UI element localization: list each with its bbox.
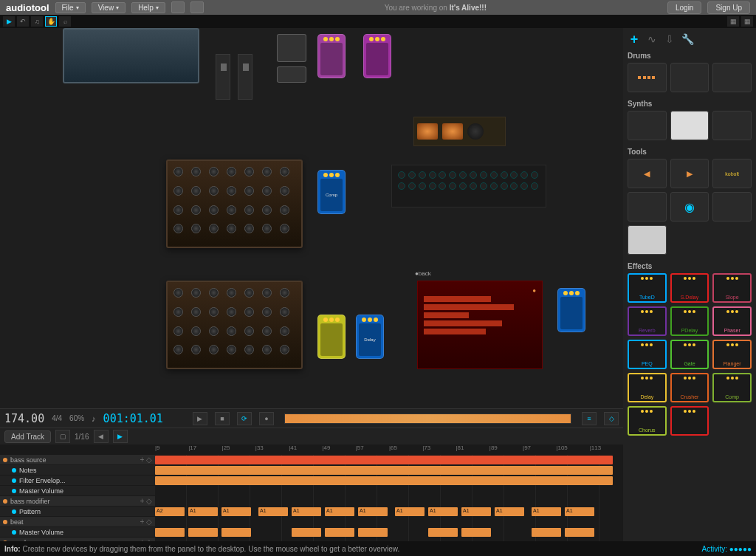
clip[interactable] xyxy=(358,528,388,537)
clip[interactable]: A1 xyxy=(258,507,288,516)
bpm-display[interactable]: 174.00 xyxy=(4,412,44,425)
tool-tile[interactable]: ◉ xyxy=(670,192,709,222)
effect-tile[interactable]: Gate xyxy=(670,340,709,369)
track-row[interactable]: Pattern xyxy=(0,507,155,517)
swing-display[interactable]: 60% xyxy=(69,414,84,422)
headphones-icon[interactable]: ♫ xyxy=(31,16,43,27)
download-icon[interactable]: ⇩ xyxy=(663,32,676,46)
drum-tile[interactable] xyxy=(712,63,752,92)
timesig-display[interactable]: 4/4 xyxy=(52,414,62,422)
synth-device[interactable] xyxy=(166,159,303,248)
device-small[interactable] xyxy=(277,66,306,83)
tl-folder-icon[interactable]: ◇ xyxy=(604,412,619,425)
clip[interactable] xyxy=(155,476,613,485)
pedal-device[interactable] xyxy=(557,288,585,332)
synth-tile[interactable] xyxy=(670,111,709,140)
clip[interactable]: A1 xyxy=(495,507,524,516)
synth-tile[interactable] xyxy=(628,111,667,140)
wrench-icon[interactable]: 🔧 xyxy=(681,32,694,46)
clip[interactable]: A2 xyxy=(155,507,185,516)
clip[interactable] xyxy=(155,466,613,475)
signup-button[interactable]: Sign Up xyxy=(707,1,750,14)
mixer-device[interactable] xyxy=(63,28,199,83)
grid1-icon[interactable]: ▦ xyxy=(727,16,739,27)
effect-tile[interactable]: Slope xyxy=(712,273,752,303)
overview-waveform[interactable] xyxy=(284,413,571,424)
clip[interactable]: A1 xyxy=(532,507,561,516)
tool-tile[interactable] xyxy=(628,225,667,255)
menu-file[interactable]: File xyxy=(55,2,86,13)
effect-tile[interactable]: Phaser xyxy=(712,306,752,336)
search-icon[interactable]: ⌕ xyxy=(59,16,71,27)
pedal-device[interactable] xyxy=(317,315,346,359)
drum-machine-device[interactable]: ● xyxy=(417,281,543,369)
track-row[interactable]: Notes xyxy=(0,465,155,476)
pedal-device[interactable]: Delay xyxy=(356,315,384,359)
clip[interactable]: A1 xyxy=(395,507,425,516)
track-row[interactable]: Filter Envelop... xyxy=(0,476,155,486)
tool-tile[interactable] xyxy=(628,192,667,222)
grid-value[interactable]: 1/16 xyxy=(75,433,89,441)
grid-next-icon[interactable]: ▶ xyxy=(113,430,128,443)
pedal-device[interactable] xyxy=(363,34,391,78)
clip[interactable]: A1 xyxy=(325,507,354,516)
redo-icon[interactable] xyxy=(190,1,204,13)
effect-tile[interactable] xyxy=(670,406,709,436)
clip[interactable] xyxy=(292,528,321,537)
clip[interactable] xyxy=(532,528,561,537)
clip[interactable]: A1 xyxy=(565,507,594,516)
effect-tile[interactable]: Comp xyxy=(712,373,752,402)
play-icon[interactable]: ▶ xyxy=(3,16,15,27)
slider-device[interactable] xyxy=(238,54,252,100)
undo-icon[interactable] xyxy=(171,1,185,13)
effect-tile[interactable]: TubeD xyxy=(628,273,667,303)
effect-tile[interactable]: Crusher xyxy=(670,373,709,402)
tool-tile[interactable]: ▶ xyxy=(670,159,709,188)
grid2-icon[interactable]: ▦ xyxy=(741,16,753,27)
effect-tile[interactable]: Flanger xyxy=(712,340,752,369)
drum-tile[interactable] xyxy=(628,63,667,92)
drum-tile[interactable] xyxy=(670,63,709,92)
undo-tool-icon[interactable]: ↶ xyxy=(17,16,29,27)
track-row[interactable]: bass modifier+ ◇ xyxy=(0,496,155,507)
snap-icon[interactable]: ▢ xyxy=(55,430,70,443)
effect-tile[interactable]: Delay xyxy=(628,373,667,402)
pedal-device[interactable]: Comp xyxy=(317,170,346,214)
clip[interactable] xyxy=(325,528,354,537)
add-track-button[interactable]: Add Track xyxy=(4,430,51,443)
clip[interactable]: A1 xyxy=(221,507,251,516)
device-small[interactable] xyxy=(277,34,306,62)
clip[interactable] xyxy=(428,528,458,537)
desktop-canvas[interactable]: ● ●back CompDelay xyxy=(0,28,623,408)
time-ruler[interactable]: |9|17|25|33|41|49|57|65|73|81|89|97|105|… xyxy=(0,445,623,455)
grid-prev-icon[interactable]: ◀ xyxy=(94,430,109,443)
add-device-icon[interactable]: + xyxy=(628,32,641,46)
clip[interactable]: A1 xyxy=(188,507,218,516)
effect-tile[interactable]: PDelay xyxy=(670,306,709,336)
slider-device[interactable] xyxy=(216,54,230,100)
clip[interactable] xyxy=(461,528,491,537)
synth-device[interactable] xyxy=(166,281,303,369)
wave-icon[interactable]: ∿ xyxy=(645,32,659,46)
tool-tile[interactable] xyxy=(712,192,752,222)
tl-tool1-icon[interactable]: ≡ xyxy=(582,412,597,425)
track-row[interactable]: bass source+ ◇ xyxy=(0,455,155,465)
clip[interactable] xyxy=(155,528,185,537)
clip[interactable]: A1 xyxy=(461,507,491,516)
tl-play-icon[interactable]: ▶ xyxy=(193,412,207,425)
tl-stop-icon[interactable]: ■ xyxy=(215,412,230,425)
track-row[interactable]: beat+ ◇ xyxy=(0,517,155,527)
pedal-device[interactable] xyxy=(317,34,346,78)
sequencer-device[interactable] xyxy=(391,165,546,207)
clip[interactable]: A1 xyxy=(358,507,388,516)
tool-tile-kobolt[interactable]: kobolt xyxy=(712,159,752,188)
effect-tile[interactable]: S.Delay xyxy=(670,273,709,303)
effect-tile[interactable]: Chorus xyxy=(628,406,667,436)
vu-meter-device[interactable] xyxy=(413,117,506,146)
clip[interactable]: A1 xyxy=(292,507,321,516)
clip[interactable] xyxy=(565,528,594,537)
synth-tile[interactable] xyxy=(712,111,752,140)
clip[interactable]: A1 xyxy=(428,507,458,516)
login-button[interactable]: Login xyxy=(667,1,701,14)
track-row[interactable]: Master Volume xyxy=(0,486,155,496)
